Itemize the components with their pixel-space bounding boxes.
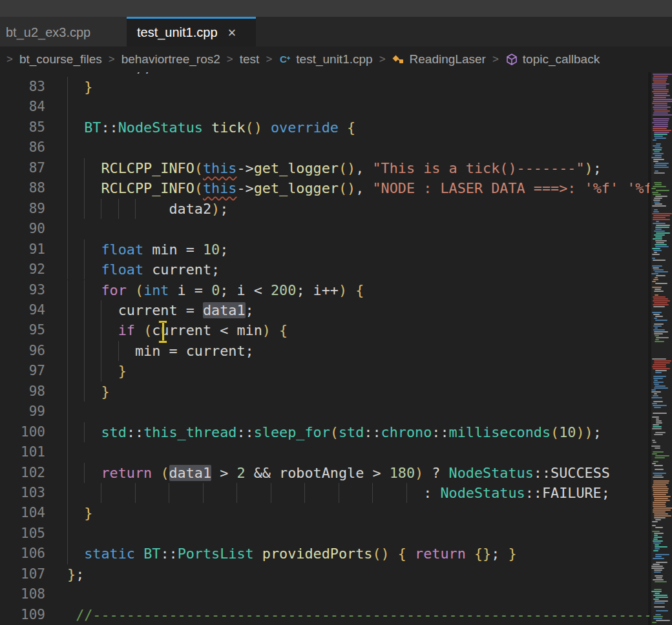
minimap-line <box>653 401 664 402</box>
line-number[interactable]: 88 <box>0 178 45 198</box>
minimap-line <box>654 515 671 517</box>
minimap-line <box>653 211 659 212</box>
line-number[interactable]: 96 <box>0 341 45 361</box>
line-number[interactable]: 85 <box>0 118 45 138</box>
code-line[interactable]: 90 <box>0 219 649 239</box>
minimap-line <box>654 387 667 389</box>
minimap-line <box>653 186 666 187</box>
tab-bt_u2_ex3-cpp[interactable]: bt_u2_ex3.cpp <box>0 17 127 46</box>
token-ctrl: return <box>415 546 466 562</box>
line-number[interactable]: 106 <box>0 544 45 564</box>
code-line[interactable]: 98 } <box>0 382 649 402</box>
code-line[interactable]: 93 for (int i = 0; i < 200; i++) { <box>0 280 649 300</box>
token-brk: } <box>118 363 127 379</box>
breadcrumb-item-test[interactable]: test <box>240 52 260 67</box>
code-line[interactable]: 106 static BT::PortsList providedPorts()… <box>0 544 649 564</box>
breadcrumb-item-behaviortree_ros2[interactable]: behaviortree_ros2 <box>121 52 220 67</box>
code-editor[interactable]: ");83 }8485 BT::NodeStatus tick() overri… <box>0 72 649 625</box>
minimap-line <box>655 227 669 228</box>
code-line[interactable]: 86 <box>0 138 649 158</box>
minimap-line <box>652 83 669 85</box>
line-number[interactable]: 94 <box>0 300 45 320</box>
line-number[interactable]: 87 <box>0 158 45 178</box>
minimap-line <box>656 422 663 424</box>
minimap-line <box>653 250 662 251</box>
token-pln <box>262 119 271 136</box>
code-line[interactable]: 108 <box>0 584 649 604</box>
code-line[interactable]: 97 } <box>0 361 649 381</box>
code-line[interactable]: 105 <box>0 524 649 544</box>
code-line[interactable]: 96 min = current; <box>0 341 649 361</box>
token-str: "NODE : LASER DATA ===>: '%f' '%f'" <box>372 180 649 196</box>
code-line[interactable]: 83 } <box>0 77 649 97</box>
minimap-line <box>655 548 660 549</box>
code-line[interactable]: 102 return (data1 > 2 && robotAngle > 18… <box>0 463 649 483</box>
line-number[interactable]: 93 <box>0 280 45 300</box>
line-number[interactable]: 89 <box>0 199 45 219</box>
line-number[interactable]: 107 <box>0 564 45 584</box>
code-line[interactable]: 94 current = data1; <box>0 300 649 320</box>
token-pln: min = <box>143 241 203 258</box>
tab-test_unit1-cpp[interactable]: test_unit1.cpp× <box>127 17 256 46</box>
line-number[interactable]: 105 <box>0 524 45 544</box>
breadcrumb-item-topic_callback[interactable]: topic_callback <box>505 52 600 67</box>
code-line[interactable]: 91 float min = 10; <box>0 240 649 260</box>
code-line[interactable]: 104 } <box>0 503 649 523</box>
breadcrumb-item-test_unit1.cpp[interactable]: Ctest_unit1.cpp <box>278 52 372 67</box>
line-number[interactable]: 95 <box>0 320 45 340</box>
line-number[interactable]: 84 <box>0 97 45 117</box>
minimap-line <box>653 298 668 300</box>
code-line[interactable]: 95 if (current < min) { <box>0 320 649 340</box>
breadcrumb-item-bt_course_files[interactable]: bt_course_files <box>19 52 102 67</box>
code-line[interactable]: 99 <box>0 402 649 422</box>
close-icon[interactable]: × <box>228 26 236 40</box>
line-number[interactable]: 90 <box>0 219 45 239</box>
token-pln: :: <box>364 424 381 440</box>
minimap-line <box>656 190 669 191</box>
code-line[interactable]: 103 : NodeStatus::FAILURE; <box>0 483 649 503</box>
minimap-line <box>653 476 664 478</box>
minimap[interactable] <box>651 72 672 625</box>
code-text: RCLCPP_INFO(this->get_logger(), "This is… <box>67 158 649 178</box>
minimap-line <box>653 504 666 505</box>
line-number[interactable]: 86 <box>0 138 45 158</box>
code-line[interactable]: 92 float current; <box>0 260 649 280</box>
minimap-line <box>653 550 659 551</box>
minimap-line <box>656 337 669 338</box>
line-number[interactable]: 91 <box>0 240 45 260</box>
line-number[interactable]: 104 <box>0 503 45 523</box>
line-number[interactable]: 83 <box>0 77 45 97</box>
minimap-line <box>653 200 660 201</box>
line-number[interactable]: 108 <box>0 584 45 604</box>
code-line[interactable]: 89 data2); <box>0 199 649 219</box>
minimap-line <box>651 188 656 189</box>
line-number[interactable]: 98 <box>0 382 45 402</box>
line-number[interactable]: 101 <box>0 442 45 462</box>
code-line[interactable]: 107}; <box>0 564 649 584</box>
code-line[interactable]: 101 <box>0 442 649 462</box>
minimap-line <box>653 153 664 154</box>
code-line[interactable]: 85 BT::NodeStatus tick() override { <box>0 118 649 138</box>
line-number[interactable]: 100 <box>0 422 45 442</box>
code-line[interactable]: 84 <box>0 97 649 117</box>
code-line[interactable]: 87 RCLCPP_INFO(this->get_logger(), "This… <box>0 158 649 178</box>
line-number[interactable]: 99 <box>0 402 45 422</box>
breadcrumb-label: test_unit1.cpp <box>296 52 372 67</box>
line-number[interactable]: 103 <box>0 483 45 503</box>
token-pln: i = <box>169 282 212 298</box>
code-line[interactable]: 100 std::this_thread::sleep_for(std::chr… <box>0 422 649 442</box>
code-line[interactable]: "); <box>0 72 649 77</box>
code-line[interactable]: 109 //----------------------------------… <box>0 605 649 625</box>
breadcrumb-item-ReadingLaser[interactable]: ReadingLaser <box>392 52 486 67</box>
line-number[interactable]: 102 <box>0 463 45 483</box>
minimap-line <box>654 602 664 604</box>
line-number[interactable]: 92 <box>0 260 45 280</box>
code-line[interactable]: 88 RCLCPP_INFO(this->get_logger(), "NODE… <box>0 178 649 198</box>
token-pln <box>67 384 101 400</box>
line-number[interactable]: 97 <box>0 361 45 381</box>
token-pln: ; i++ <box>296 282 339 298</box>
token-brk: ) <box>262 322 271 338</box>
line-number[interactable]: 109 <box>0 605 45 625</box>
indent-guide <box>67 524 68 544</box>
minimap-line <box>655 196 667 197</box>
